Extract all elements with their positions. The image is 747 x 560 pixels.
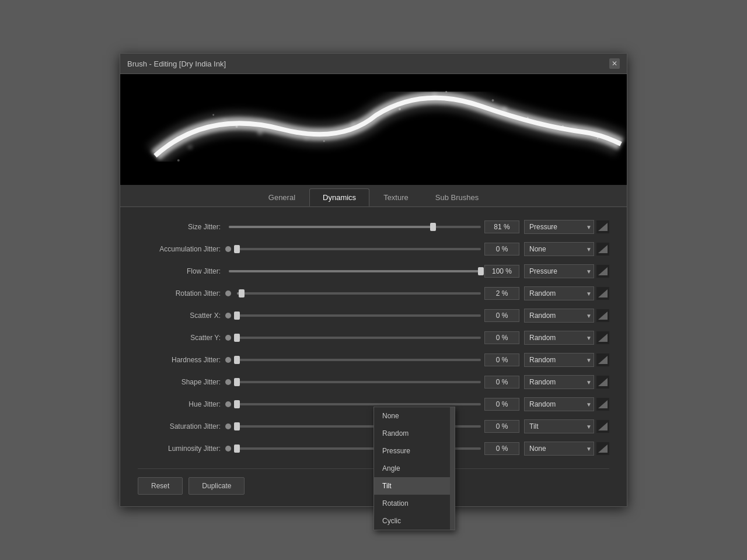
svg-point-9 xyxy=(538,123,540,125)
duplicate-button[interactable]: Duplicate xyxy=(189,477,245,495)
curve-button-hardness-jitter[interactable] xyxy=(596,354,609,366)
dropdown-saturation-jitter[interactable]: TiltNoneRandom xyxy=(524,419,594,433)
svg-point-8 xyxy=(502,107,507,111)
dot-accumulation-jitter xyxy=(225,246,231,252)
tab-general[interactable]: General xyxy=(256,188,308,206)
svg-marker-30 xyxy=(598,400,608,408)
svg-point-12 xyxy=(177,159,180,162)
dropdown-hardness-jitter[interactable]: RandomNonePressure xyxy=(524,353,594,367)
tab-sub-brushes[interactable]: Sub Brushes xyxy=(423,188,491,206)
curve-button-saturation-jitter[interactable] xyxy=(596,420,609,433)
label-shape-jitter: Shape Jitter: xyxy=(138,378,225,386)
curve-button-hue-jitter[interactable] xyxy=(596,398,609,411)
label-scatter-y: Scatter Y: xyxy=(138,334,225,342)
dropdown-option-none[interactable]: None xyxy=(374,407,455,425)
control-scatter-y: RandomNonePressure ▼ xyxy=(524,331,594,345)
label-rotation-jitter: Rotation Jitter: xyxy=(138,289,225,298)
dropdown-accumulation-jitter[interactable]: NonePressureRandom xyxy=(524,242,594,256)
value-flow-jitter: 100 % xyxy=(484,265,519,278)
svg-marker-24 xyxy=(598,267,608,275)
curve-button-accumulation-jitter[interactable] xyxy=(596,243,609,256)
slider-flow-jitter[interactable] xyxy=(229,270,481,272)
label-size-jitter: Size Jitter: xyxy=(138,223,225,231)
dot-luminosity-jitter xyxy=(225,446,231,452)
label-accumulation-jitter: Accumulation Jitter: xyxy=(138,245,225,253)
svg-point-17 xyxy=(445,91,447,93)
svg-marker-25 xyxy=(598,289,608,298)
value-hue-jitter: 0 % xyxy=(484,398,519,411)
slider-shape-jitter[interactable] xyxy=(237,381,481,383)
label-hue-jitter: Hue Jitter: xyxy=(138,400,225,408)
param-hardness-jitter: Hardness Jitter: 0 % RandomNonePressure … xyxy=(138,352,609,368)
curve-button-rotation-jitter[interactable] xyxy=(596,287,609,300)
tab-dynamics[interactable]: Dynamics xyxy=(309,188,369,206)
svg-marker-29 xyxy=(598,378,608,386)
dropdown-option-pressure[interactable]: Pressure xyxy=(374,442,455,460)
value-luminosity-jitter: 0 % xyxy=(484,442,519,455)
svg-point-14 xyxy=(236,125,238,128)
value-accumulation-jitter: 0 % xyxy=(484,243,519,256)
svg-point-11 xyxy=(608,140,610,142)
svg-marker-32 xyxy=(598,444,608,453)
svg-point-20 xyxy=(561,125,564,128)
control-saturation-jitter: TiltNoneRandom ▼ xyxy=(524,419,594,433)
svg-point-13 xyxy=(212,114,214,116)
control-scatter-x: RandomNonePressure ▼ xyxy=(524,309,594,323)
reset-button[interactable]: Reset xyxy=(138,477,183,495)
svg-marker-26 xyxy=(598,312,608,320)
dropdown-size-jitter[interactable]: PressureNoneRandomTilt xyxy=(524,220,594,234)
svg-marker-23 xyxy=(598,245,608,253)
curve-button-scatter-y[interactable] xyxy=(596,331,609,344)
dropdown-luminosity-jitter[interactable]: NoneRandomPressure xyxy=(524,442,594,456)
curve-button-scatter-x[interactable] xyxy=(596,309,609,322)
value-rotation-jitter: 2 % xyxy=(484,287,519,300)
svg-point-18 xyxy=(492,99,494,102)
dropdown-option-cyclic[interactable]: Cyclic xyxy=(374,512,455,530)
dropdown-hue-jitter[interactable]: RandomNonePressure xyxy=(524,397,594,411)
slider-hardness-jitter[interactable] xyxy=(237,359,481,361)
label-hardness-jitter: Hardness Jitter: xyxy=(138,356,225,364)
curve-button-flow-jitter[interactable] xyxy=(596,265,609,278)
titlebar: Brush - Editing [Dry India Ink] ✕ xyxy=(120,54,627,74)
tab-bar: General Dynamics Texture Sub Brushes xyxy=(120,185,627,207)
slider-hue-jitter[interactable] xyxy=(237,403,481,405)
dialog-title: Brush - Editing [Dry India Ink] xyxy=(127,60,226,68)
dropdown-shape-jitter[interactable]: RandomNonePressure xyxy=(524,375,594,389)
svg-point-19 xyxy=(527,117,529,119)
label-flow-jitter: Flow Jitter: xyxy=(138,267,225,275)
slider-accumulation-jitter[interactable] xyxy=(237,248,481,250)
svg-marker-27 xyxy=(598,334,608,342)
slider-size-jitter[interactable] xyxy=(229,226,481,228)
dropdown-option-tilt[interactable]: Tilt xyxy=(374,477,455,495)
svg-point-15 xyxy=(323,140,325,142)
slider-scatter-x[interactable] xyxy=(237,314,481,317)
param-accumulation-jitter: Accumulation Jitter: 0 % NonePressureRan… xyxy=(138,241,609,257)
dropdown-rotation-jitter[interactable]: RandomNonePressure xyxy=(524,286,594,300)
dropdown-scrollbar[interactable] xyxy=(450,407,455,530)
dropdown-popup: None Random Pressure Angle Tilt Rotation… xyxy=(374,407,455,530)
slider-scatter-y[interactable] xyxy=(237,337,481,339)
param-rotation-jitter: Rotation Jitter: 2 % RandomNonePressure … xyxy=(138,285,609,302)
curve-button-shape-jitter[interactable] xyxy=(596,376,609,388)
curve-button-size-jitter[interactable] xyxy=(596,220,609,233)
param-scatter-x: Scatter X: 0 % RandomNonePressure ▼ xyxy=(138,307,609,324)
dropdown-option-angle[interactable]: Angle xyxy=(374,460,455,477)
svg-point-7 xyxy=(469,102,471,104)
label-scatter-x: Scatter X: xyxy=(138,312,225,320)
dropdown-option-random[interactable]: Random xyxy=(374,425,455,442)
close-button[interactable]: ✕ xyxy=(609,58,620,69)
svg-point-0 xyxy=(189,145,192,149)
svg-point-6 xyxy=(433,93,437,96)
tab-texture[interactable]: Texture xyxy=(371,188,421,206)
param-flow-jitter: Flow Jitter: 100 % PressureNoneRandom ▼ xyxy=(138,263,609,279)
dropdown-scatter-y[interactable]: RandomNonePressure xyxy=(524,331,594,345)
curve-button-luminosity-jitter[interactable] xyxy=(596,442,609,455)
slider-rotation-jitter[interactable] xyxy=(237,292,481,295)
dropdown-option-rotation[interactable]: Rotation xyxy=(374,495,455,512)
dropdown-scatter-x[interactable]: RandomNonePressure xyxy=(524,309,594,323)
dropdown-flow-jitter[interactable]: PressureNoneRandom xyxy=(524,264,594,278)
svg-point-2 xyxy=(257,130,262,135)
control-size-jitter: PressureNoneRandomTilt ▼ xyxy=(524,220,594,234)
value-shape-jitter: 0 % xyxy=(484,376,519,388)
svg-marker-31 xyxy=(598,422,608,430)
